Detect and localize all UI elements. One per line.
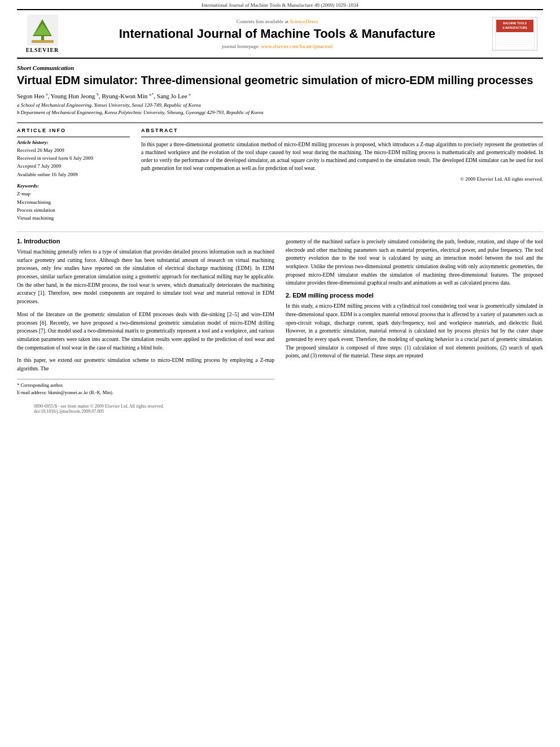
journal-center: Contents lists available at ScienceDirec…	[62, 19, 492, 49]
abstract-text: In this paper a three-dimensional geomet…	[141, 141, 543, 173]
article-title: Virtual EDM simulator: Three-dimensional…	[17, 73, 543, 88]
received-revised-date: Received in revised form 6 July 2009	[17, 154, 130, 162]
authors: Segon Heo a, Young Hun Jeong b, Byung-Kw…	[17, 92, 543, 99]
citation-text: International Journal of Machine Tools &…	[202, 2, 358, 8]
article-type-label: Short Communication	[17, 64, 543, 71]
keywords-label: Keywords:	[17, 183, 130, 189]
keywords-section: Keywords: Z-map Micromachining Process s…	[17, 183, 130, 222]
abstract-heading: ABSTRACT	[141, 128, 543, 133]
doi-line: doi:10.1016/j.ijmachtools.2009.07.005	[34, 409, 257, 414]
keyword-process-simulation: Process simulation	[17, 206, 130, 214]
elsevier-tree-icon	[27, 15, 58, 46]
issn-line: 0890-6955/$ - see front matter © 2009 El…	[34, 404, 257, 409]
article-info-box: Article history: Received 26 May 2009 Re…	[17, 137, 130, 222]
affiliations: a School of Mechanical Engineering, Yons…	[17, 102, 543, 117]
affiliation-a: a School of Mechanical Engineering, Yons…	[17, 102, 543, 110]
accepted-date: Accepted 7 July 2009	[17, 162, 130, 170]
journal-title: International Journal of Machine Tools &…	[68, 27, 487, 41]
footnotes: * Corresponding author. E-mail address: …	[17, 379, 274, 396]
section1-para1: Virtual machining generally refers to a …	[17, 248, 274, 306]
keyword-zmap: Z-map	[17, 190, 130, 198]
elsevier-logo: ELSEVIER	[23, 15, 62, 53]
section2-title: 2. EDM milling process model	[286, 292, 543, 299]
available-date: Available online 16 July 2009	[17, 171, 130, 178]
affiliation-b: b Department of Mechanical Engineering, …	[17, 109, 543, 117]
received-date: Received 26 May 2009	[17, 146, 130, 154]
homepage-link[interactable]: www.elsevier.com/locate/ijmactool	[261, 43, 333, 49]
body-content: 1. Introduction Virtual machining genera…	[17, 231, 543, 417]
sciencedirect-line: Contents lists available at ScienceDirec…	[68, 19, 487, 24]
copyright-line: © 2009 Elsevier Ltd. All rights reserved…	[141, 176, 543, 182]
journal-citation: International Journal of Machine Tools &…	[0, 0, 560, 9]
corresponding-author: * Corresponding author.	[17, 382, 274, 389]
sciencedirect-link[interactable]: ScienceDirect	[290, 19, 318, 24]
keyword-micromachining: Micromachining	[17, 198, 130, 206]
journal-homepage: journal homepage: www.elsevier.com/locat…	[68, 43, 487, 49]
right-column: ABSTRACT In this paper a three-dimension…	[141, 128, 543, 222]
left-column: ARTICLE INFO Article history: Received 2…	[17, 128, 130, 222]
history-label: Article history:	[17, 139, 130, 145]
journal-logo-box: MACHINE TOOLS & MANUFACTURE	[492, 17, 537, 51]
body-left: 1. Introduction Virtual machining genera…	[17, 238, 274, 417]
journal-logo-icon: MACHINE TOOLS & MANUFACTURE	[495, 19, 535, 50]
author-email: E-mail address: bkmin@yonsei.ac.kr (B.-K…	[17, 389, 274, 396]
journal-header: ELSEVIER Contents lists available at Sci…	[17, 9, 543, 59]
article-info-abstract: ARTICLE INFO Article history: Received 2…	[17, 123, 543, 222]
section1-right-para1: geometry of the machined surface is prec…	[286, 238, 543, 287]
content-area: Short Communication Virtual EDM simulato…	[17, 59, 543, 416]
svg-text:MACHINE TOOLS: MACHINE TOOLS	[503, 21, 527, 25]
elsevier-text: ELSEVIER	[26, 47, 59, 53]
section1-para2: Most of the literature on the geometric …	[17, 311, 274, 352]
section1-para3: In this paper, we extend our geometric s…	[17, 356, 274, 373]
section2-para1: In this study, a micro-EDM milling proce…	[286, 302, 543, 360]
body-right: geometry of the machined surface is prec…	[286, 238, 543, 417]
info-dates: Received 26 May 2009 Received in revised…	[17, 146, 130, 179]
svg-text:& MANUFACTURE: & MANUFACTURE	[502, 26, 527, 29]
bottom-bar: 0890-6955/$ - see front matter © 2009 El…	[17, 401, 274, 416]
article-info-heading: ARTICLE INFO	[17, 128, 130, 133]
section1-title: 1. Introduction	[17, 238, 274, 244]
svg-rect-4	[32, 40, 54, 43]
keyword-virtual-machining: Virtual machining	[17, 214, 130, 222]
